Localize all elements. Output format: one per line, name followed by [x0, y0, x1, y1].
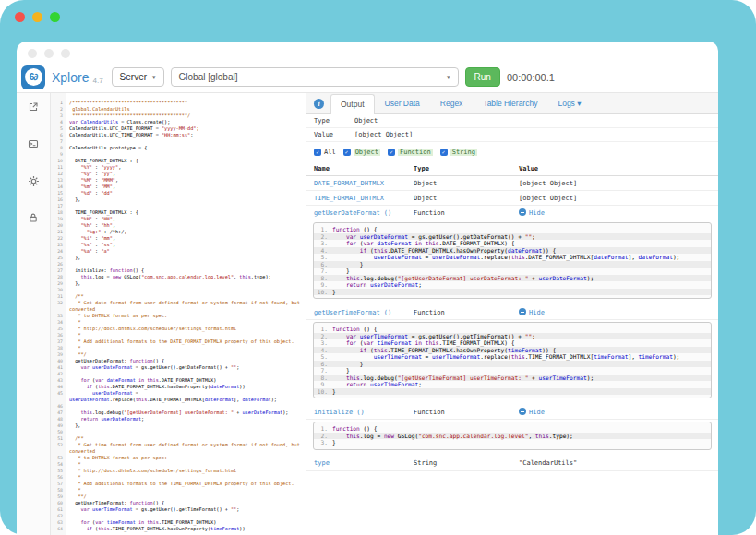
line-number: 3 — [51, 113, 66, 119]
source-line: 1.function () { — [314, 326, 711, 333]
scope-select[interactable]: Global [global]▾ — [171, 67, 459, 87]
hide-label: Hide — [529, 309, 545, 316]
checkbox-icon[interactable]: ✓ — [440, 149, 448, 156]
window-dot-icon — [44, 49, 54, 58]
editor-line: 27 initialize: function() { — [51, 268, 306, 274]
filter-label: Function — [398, 149, 433, 156]
main-area: 1/**************************************… — [17, 93, 718, 535]
line-number: 56 — [51, 474, 66, 481]
type-filters: ✓All✓Object✓Function✓String — [306, 142, 718, 160]
line-number: 10. — [314, 388, 332, 396]
tab-table-hierarchy[interactable]: Table Hierarchy — [473, 93, 547, 113]
result-table: NameTypeValueDATE_FORMAT_DHTMLXObject[ob… — [306, 160, 718, 471]
traffic-light-yellow-icon — [32, 12, 42, 22]
filter-all[interactable]: ✓All — [314, 149, 336, 156]
source-line: 4. if (this.TIME_FORMAT_DHTMLX.hasOwnPro… — [314, 347, 711, 354]
tab-user-data[interactable]: User Data — [375, 93, 430, 113]
hide-link[interactable]: Hide — [519, 209, 545, 217]
line-number: 4 — [51, 119, 66, 125]
editor-line: 10 DATE_FORMAT_DHTMLX : { — [51, 158, 306, 164]
console-icon[interactable] — [26, 137, 41, 150]
line-number: 52 — [51, 442, 66, 455]
line-number: 2. — [314, 433, 332, 440]
member-type: Function — [414, 209, 519, 217]
script-editor[interactable]: 1/**************************************… — [51, 93, 306, 535]
editor-line: 7 — [51, 138, 306, 145]
checkbox-icon[interactable]: ✓ — [314, 149, 321, 156]
tab-output[interactable]: Output — [330, 94, 375, 114]
line-number: 50 — [51, 429, 66, 435]
editor-line: 3 **************************************… — [51, 113, 306, 119]
source-line: 7. } — [314, 367, 711, 374]
summary-label: Value — [314, 131, 354, 138]
function-source-block: 1.function () {2. var userDateFormat = g… — [313, 222, 712, 299]
editor-line: 11 "%Y" : "yyyy", — [51, 164, 306, 171]
editor-line: 39 **/ — [51, 351, 306, 358]
member-name-link[interactable]: DATE_FORMAT_DHTMLX — [314, 180, 414, 187]
line-number: 33 — [51, 313, 66, 319]
line-number: 8 — [51, 145, 66, 151]
editor-line: 62 — [51, 513, 306, 519]
line-number: 5 — [51, 125, 66, 132]
line-number: 47 — [51, 410, 66, 416]
checkbox-icon[interactable]: ✓ — [343, 149, 351, 156]
member-name-link[interactable]: getUserTimeFormat () — [314, 309, 414, 316]
editor-line: 15 "%d" : "dd" — [51, 190, 306, 196]
line-number: 7. — [314, 268, 332, 275]
summary-label: Type — [314, 117, 354, 125]
checkbox-icon[interactable]: ✓ — [388, 149, 395, 156]
gear-icon[interactable] — [26, 174, 41, 187]
member-name-link[interactable]: initialize () — [314, 409, 414, 416]
editor-line: 28 this.log = new GSLog("com.snc.app.cal… — [51, 274, 306, 280]
source-line: 2. this.log = new GSLog("com.snc.app.cal… — [314, 433, 711, 440]
member-name-link[interactable]: TIME_FORMAT_DHTMLX — [314, 195, 414, 202]
member-name-link[interactable]: type — [314, 459, 414, 467]
editor-line: 30 — [51, 287, 306, 293]
editor-line: 42 — [51, 371, 306, 377]
source-line: 1.function () { — [314, 425, 711, 433]
execution-timer: 00:00:00.1 — [507, 72, 555, 83]
line-number: 62 — [51, 513, 66, 519]
traffic-light-red-icon — [15, 12, 25, 22]
tab-logs[interactable]: Logs ▾ — [547, 93, 591, 113]
hide-link[interactable]: Hide — [519, 409, 545, 416]
filter-string[interactable]: ✓String — [440, 149, 477, 156]
line-number: 41 — [51, 364, 66, 371]
line-number: 2. — [314, 233, 332, 241]
line-number: 36 — [51, 332, 66, 339]
line-number: 15 — [51, 190, 66, 196]
line-number: 30 — [51, 287, 66, 293]
line-number: 3. — [314, 240, 332, 247]
collapse-icon — [519, 408, 526, 415]
line-number: 8. — [314, 374, 332, 382]
editor-line: 57 * Add additional formats to the TIME_… — [51, 481, 306, 487]
editor-line: 24 "%a" : "a" — [51, 248, 306, 255]
editor-line: 50 — [51, 429, 306, 435]
function-source-block: 1.function () {2. var userTimeFormat = g… — [313, 322, 712, 398]
filter-object[interactable]: ✓Object — [343, 149, 380, 156]
tab-regex[interactable]: Regex — [430, 93, 474, 113]
member-value: "CalendarUtils" — [519, 459, 718, 467]
column-header: Type — [414, 165, 519, 172]
line-number: 4. — [314, 347, 332, 354]
member-name-link[interactable]: getUserDateFormat () — [314, 209, 414, 217]
server-dropdown[interactable]: Server▾ — [112, 67, 164, 87]
editor-line: 38 * — [51, 345, 306, 351]
info-icon[interactable]: i — [314, 99, 324, 109]
lock-icon[interactable] — [26, 211, 41, 224]
line-number: 9. — [314, 381, 332, 388]
line-number: 34 — [51, 319, 66, 326]
source-line: 1.function () { — [314, 226, 711, 233]
filter-function[interactable]: ✓Function — [388, 149, 433, 156]
hide-link[interactable]: Hide — [519, 309, 545, 316]
editor-line: 63 for (var timeFormat in this.TIME_FORM… — [51, 519, 306, 526]
run-button[interactable]: Run — [465, 67, 500, 87]
summary-row: TypeObject — [306, 114, 718, 128]
open-in-new-icon[interactable] — [26, 101, 41, 113]
line-number: 5. — [314, 353, 332, 361]
source-line: 2. var userTimeFormat = gs.getUser().get… — [314, 333, 711, 340]
editor-line: 17 — [51, 203, 306, 209]
editor-line: 4var CalendarUtils = Class.create(); — [51, 119, 306, 125]
line-number: 38 — [51, 345, 66, 351]
line-number: 24 — [51, 248, 66, 255]
